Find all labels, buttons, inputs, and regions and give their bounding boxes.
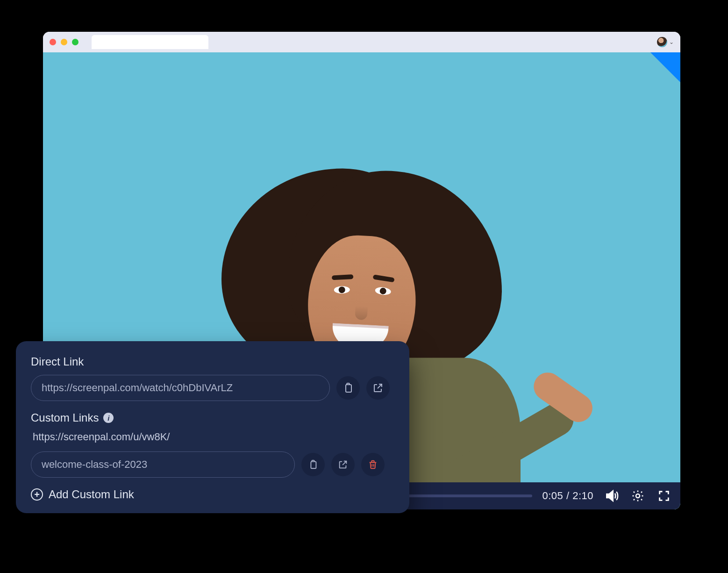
svg-rect-1: [346, 385, 351, 392]
plus-circle-icon: +: [31, 488, 43, 501]
direct-link-input[interactable]: [31, 375, 330, 401]
browser-tab[interactable]: [92, 35, 208, 49]
fullscreen-icon: [657, 489, 671, 502]
settings-button[interactable]: [630, 488, 646, 504]
time-display: 0:05 / 2:10: [542, 490, 593, 502]
clipboard-icon: [308, 459, 318, 470]
window-minimize-button[interactable]: [61, 39, 67, 45]
open-custom-link-button[interactable]: [331, 453, 355, 476]
info-icon[interactable]: i: [103, 413, 114, 423]
custom-base-url: https://screenpal.com/u/vw8K/: [33, 431, 394, 443]
add-custom-link-label: Add Custom Link: [49, 488, 134, 501]
external-link-icon: [372, 382, 384, 394]
title-bar: ⌄: [43, 32, 680, 52]
svg-rect-2: [311, 462, 316, 469]
fullscreen-button[interactable]: [656, 488, 672, 504]
direct-link-label: Direct Link: [31, 355, 394, 368]
custom-links-label-row: Custom Links i: [31, 411, 394, 424]
trash-icon: [368, 459, 378, 470]
window-maximize-button[interactable]: [72, 39, 79, 45]
gear-icon: [631, 489, 645, 503]
collapse-button[interactable]: [650, 52, 680, 82]
external-link-icon: [338, 459, 348, 470]
avatar-icon: [657, 37, 667, 47]
profile-menu[interactable]: ⌄: [657, 37, 674, 47]
volume-icon: [604, 488, 619, 503]
clipboard-icon: [343, 382, 354, 394]
custom-slug-input[interactable]: [31, 451, 295, 478]
window-close-button[interactable]: [50, 39, 56, 45]
delete-custom-link-button[interactable]: [361, 453, 385, 476]
copy-direct-link-button[interactable]: [336, 376, 360, 400]
window-controls: [50, 39, 79, 45]
svg-point-0: [636, 494, 640, 498]
copy-custom-link-button[interactable]: [301, 453, 325, 476]
direct-link-row: [31, 375, 394, 401]
arrow-up-left-icon: [666, 85, 677, 95]
open-direct-link-button[interactable]: [366, 376, 390, 400]
volume-button[interactable]: [604, 488, 620, 504]
chevron-down-icon: ⌄: [669, 39, 674, 45]
custom-links-label: Custom Links: [31, 411, 99, 424]
custom-link-row: [31, 451, 394, 478]
add-custom-link-button[interactable]: + Add Custom Link: [31, 488, 394, 501]
link-panel: Direct Link Custom Links i https://scree…: [16, 341, 409, 513]
